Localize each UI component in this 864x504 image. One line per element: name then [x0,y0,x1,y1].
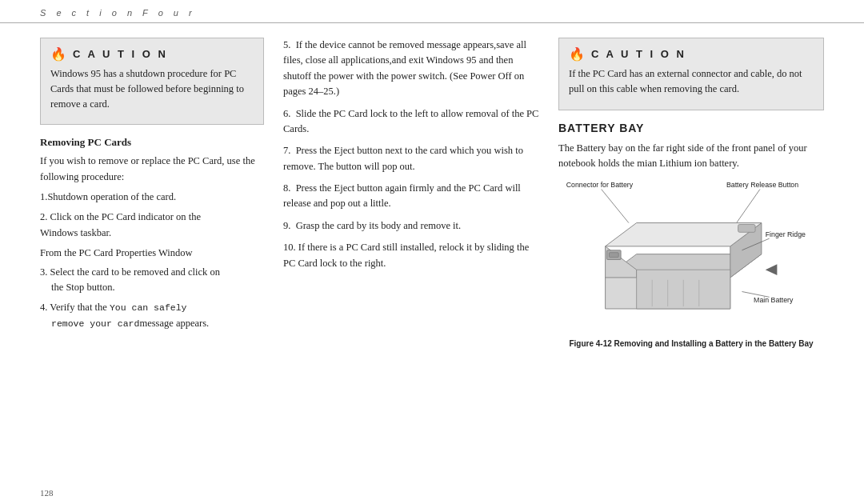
battery-diagram-container: Connector for Battery Battery Release Bu… [558,176,824,347]
section-title: S e c t i o n F o u r [40,8,196,18]
right-column: 🔥 C A U T I O N If the PC Card has an ex… [558,38,824,477]
step-10: 10. If there is a PC Card still installe… [283,240,539,271]
left-column: 🔥 C A U T I O N Windows 95 has a shutdow… [40,38,264,477]
battery-bay-text: The Battery bay on the far right side of… [558,141,824,172]
caution-icon-left: 🔥 [50,46,66,62]
step2-label: 2. Click on the PC Card indicator on the [40,211,201,222]
step3-label: 3. Select the card to be removed and cli… [40,266,220,278]
svg-line-0 [602,190,629,223]
step2-cont: Windows taskbar. [40,227,111,238]
battery-diagram-svg: Connector for Battery Battery Release Bu… [558,176,824,332]
connector-label: Connector for Battery [566,181,634,189]
figure-caption-text: Figure 4-12 Removing and Installing a Ba… [569,339,813,348]
step4-cont: message appears. [139,318,209,329]
svg-marker-15 [766,265,778,276]
main-content: 🔥 C A U T I O N Windows 95 has a shutdow… [0,23,864,485]
caution-box-right: 🔥 C A U T I O N If the PC Card has an ex… [558,38,824,110]
step4-code: You can safely [110,302,187,313]
step4: 4. Verify that the You can safely remove… [40,300,264,331]
step4-code2: remove your card [40,318,139,329]
caution-title-left: C A U T I O N [73,48,168,60]
step2: 2. Click on the PC Card indicator on the… [40,210,264,241]
removing-pc-cards-section: Removing PC Cards If you wish to remove … [40,136,264,331]
removing-pc-cards-title: Removing PC Cards [40,136,264,149]
header: S e c t i o n F o u r [0,0,864,23]
caution-header-left: 🔥 C A U T I O N [50,46,254,62]
from-window: From the PC Card Properties Window [40,246,264,261]
middle-column: 5. If the device cannot be removed messa… [283,38,539,477]
removing-pc-cards-intro: If you wish to remove or replace the PC … [40,154,264,185]
step-5: 5. If the device cannot be removed messa… [283,38,539,100]
svg-rect-10 [738,225,755,233]
step4-label: 4. Verify that the [40,302,110,313]
page-number: 128 [0,485,864,504]
step-7: 7. Press the Eject button next to the ca… [283,143,539,174]
main-battery-label: Main Battery [754,296,794,304]
caution-text-left: Windows 95 has a shutdown procedure for … [50,66,254,111]
figure-caption: Figure 4-12 Removing and Installing a Ba… [558,339,824,348]
release-button-label: Battery Release Button [726,181,798,189]
page: S e c t i o n F o u r 🔥 C A U T I O N Wi… [0,0,864,504]
caution-title-right: C A U T I O N [591,48,686,60]
svg-rect-9 [609,253,618,258]
step-6: 6. Slide the PC Card lock to the left to… [283,106,539,138]
step-9: 9. Grasp the card by its body and remove… [283,218,539,234]
step3-cont: the Stop button. [40,282,115,293]
step-8: 8. Press the Eject button again firmly a… [283,181,539,212]
caution-text-right: If the PC Card has an external connector… [569,66,814,97]
finger-ridge-label: Finger Ridge [766,230,806,238]
step1: 1.Shutdown operation of the card. [40,190,264,205]
caution-header-right: 🔥 C A U T I O N [569,46,814,62]
caution-icon-right: 🔥 [569,46,585,62]
step3: 3. Select the card to be removed and cli… [40,265,264,296]
caution-box-left: 🔥 C A U T I O N Windows 95 has a shutdow… [40,38,264,125]
battery-bay-title: BATTERY BAY [558,122,824,134]
battery-bay-section: BATTERY BAY The Battery bay on the far r… [558,122,824,348]
svg-line-1 [737,190,760,223]
